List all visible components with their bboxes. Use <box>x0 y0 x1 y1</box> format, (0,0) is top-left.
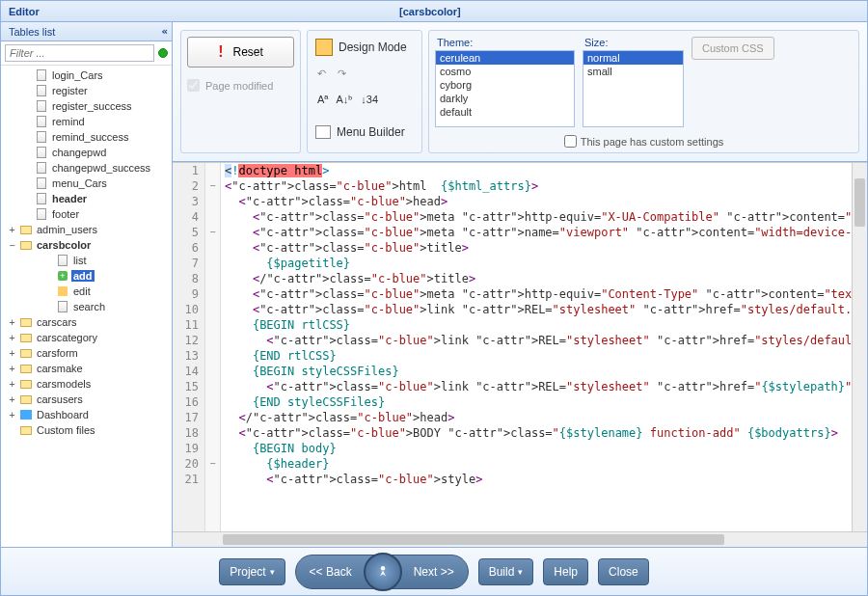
text-tool-2[interactable]: A↓ᵇ <box>336 94 353 106</box>
tree-node[interactable]: register <box>1 83 172 98</box>
folder-icon <box>19 423 33 437</box>
reset-button[interactable]: ! Reset <box>187 37 294 68</box>
expand-icon[interactable]: + <box>7 364 17 374</box>
scrollbar-thumb[interactable] <box>854 178 865 227</box>
tree-node[interactable]: edit <box>1 284 172 299</box>
sidebar-header: Tables list « <box>1 22 172 41</box>
add-icon: + <box>56 269 69 283</box>
vertical-scrollbar[interactable] <box>852 163 867 531</box>
undo-icon[interactable]: ↶ <box>317 68 326 80</box>
line-gutter: 123456789101112131415161718192021 <box>173 163 205 547</box>
tree-label: list <box>71 255 88 266</box>
tree-node[interactable]: search <box>1 299 172 314</box>
tree-label: carsbcolor <box>35 239 93 251</box>
fold-gutter[interactable]: −−− <box>205 163 221 547</box>
text-tool-3[interactable]: ↓34 <box>361 94 378 106</box>
collapse-icon[interactable]: « <box>161 25 168 38</box>
tree-node[interactable]: list <box>1 253 172 268</box>
custom-css-button[interactable]: Custom CSS <box>692 37 774 60</box>
list-item[interactable]: small <box>583 65 683 78</box>
project-button[interactable]: Project <box>219 558 285 585</box>
scrollbar-thumb[interactable] <box>223 534 724 545</box>
tree-node[interactable]: +carsmake <box>1 361 172 376</box>
back-button[interactable]: << Back <box>296 565 366 579</box>
tree-label: header <box>50 193 89 204</box>
theme-list[interactable]: ceruleancosmocyborgdarklydefault <box>435 50 575 127</box>
exclamation-icon: ! <box>218 43 223 61</box>
file-icon <box>56 254 69 267</box>
list-item[interactable]: cyborg <box>436 78 574 92</box>
expand-icon[interactable]: + <box>7 394 17 405</box>
list-item[interactable]: normal <box>583 51 683 65</box>
tree-node[interactable]: +Dashboard <box>1 407 172 422</box>
tree-node[interactable]: changepwd <box>1 145 172 160</box>
tree-label: changepwd_success <box>50 162 152 174</box>
filter-status-icon[interactable] <box>158 48 168 58</box>
help-button[interactable]: Help <box>543 558 588 585</box>
text-tool-1[interactable]: Aª <box>317 94 328 106</box>
expand-icon[interactable]: + <box>7 348 17 359</box>
tree-node[interactable]: login_Cars <box>1 68 172 83</box>
next-button[interactable]: Next >> <box>400 565 468 579</box>
file-icon <box>35 146 48 159</box>
tree-label: carscategory <box>35 332 99 343</box>
expand-icon[interactable]: − <box>7 240 17 251</box>
page-modified-checkbox[interactable]: Page modified <box>187 79 294 92</box>
tree-label: remind <box>50 116 87 127</box>
tree-label: footer <box>50 208 81 220</box>
edit-icon <box>56 284 69 298</box>
size-list[interactable]: normalsmall <box>583 50 684 127</box>
expand-icon[interactable]: + <box>7 333 17 343</box>
tree-node[interactable]: +carsform <box>1 345 172 361</box>
tree-node[interactable]: header <box>1 191 172 206</box>
tree-node[interactable]: +carscategory <box>1 330 172 345</box>
tree-node[interactable]: +carsusers <box>1 392 172 407</box>
tree-node[interactable]: Custom files <box>1 422 172 438</box>
document-title: [carsbcolor] <box>40 6 821 17</box>
file-icon <box>35 68 48 82</box>
expand-icon[interactable]: + <box>7 410 17 420</box>
list-item[interactable]: darkly <box>436 92 574 105</box>
toolbar-group-theme: Theme: ceruleancosmocyborgdarklydefault … <box>428 30 859 153</box>
expand-icon[interactable]: + <box>7 379 17 390</box>
build-button[interactable]: Build <box>478 558 534 585</box>
tree-node[interactable]: remind <box>1 114 172 129</box>
close-button[interactable]: Close <box>598 558 649 585</box>
menu-icon <box>315 125 331 139</box>
custom-settings-checkbox[interactable]: This page has custom settings <box>435 135 853 148</box>
code-area[interactable]: <!doctype html><"c-attr">class="c-blue">… <box>221 163 867 547</box>
theme-label: Theme: <box>435 37 575 48</box>
tree-node[interactable]: register_success <box>1 98 172 114</box>
tree-node[interactable]: +admin_users <box>1 222 172 237</box>
tree-label: login_Cars <box>50 69 105 81</box>
tree-node[interactable]: +add <box>1 268 172 284</box>
toolbar-group-design: Design Mode ↶ ↷ Aª A↓ᵇ ↓34 Menu Builder <box>307 30 422 153</box>
run-button[interactable] <box>364 553 402 591</box>
tree-label: changepwd <box>50 147 108 158</box>
filter-input[interactable] <box>5 44 154 62</box>
tree-node[interactable]: +carscars <box>1 314 172 330</box>
menu-builder-button[interactable]: Menu Builder <box>313 125 416 139</box>
tree-node[interactable]: menu_Cars <box>1 176 172 191</box>
code-editor[interactable]: 123456789101112131415161718192021 −−− <!… <box>173 162 867 547</box>
list-item[interactable]: cerulean <box>436 51 574 65</box>
list-item[interactable]: cosmo <box>436 65 574 78</box>
tree-node[interactable]: footer <box>1 206 172 222</box>
design-mode-button[interactable]: Design Mode <box>313 37 416 58</box>
horizontal-scrollbar[interactable] <box>173 531 867 547</box>
tree-node[interactable]: +carsmodels <box>1 376 172 392</box>
tree-node[interactable]: remind_success <box>1 129 172 145</box>
title-bar: Editor [carsbcolor] <box>1 1 867 22</box>
svg-point-0 <box>380 566 385 571</box>
nav-cluster: << Back Next >> <box>295 555 469 589</box>
expand-icon[interactable]: + <box>7 317 17 328</box>
tree-view[interactable]: login_Carsregisterregister_successremind… <box>1 66 172 547</box>
tree-label: add <box>71 270 95 282</box>
tree-node[interactable]: −carsbcolor <box>1 237 172 253</box>
dash-icon <box>19 408 33 421</box>
expand-icon[interactable]: + <box>7 225 17 235</box>
redo-icon[interactable]: ↷ <box>338 68 346 80</box>
tree-node[interactable]: changepwd_success <box>1 160 172 176</box>
list-item[interactable]: default <box>436 105 574 119</box>
custom-settings-input[interactable] <box>564 135 577 148</box>
